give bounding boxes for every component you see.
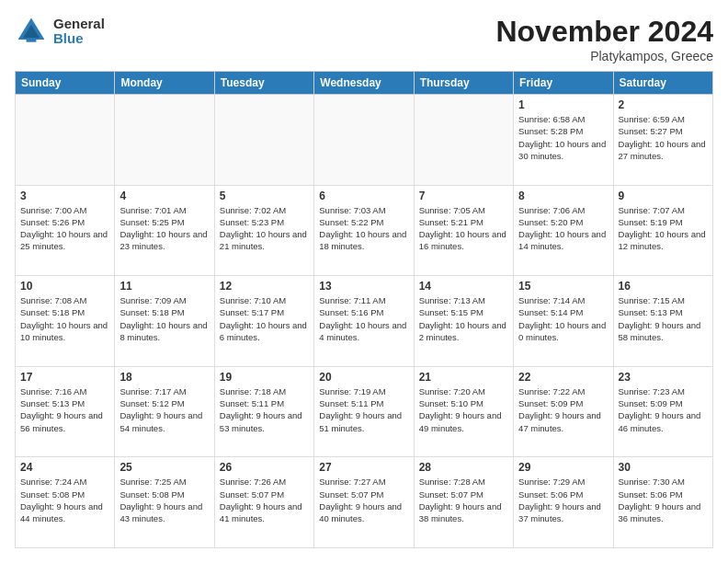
day-info: Sunrise: 6:59 AM Sunset: 5:27 PM Dayligh… [619,113,708,162]
logo-icon [15,15,48,48]
col-saturday: Saturday [613,72,712,95]
day-info: Sunrise: 7:08 AM Sunset: 5:18 PM Dayligh… [20,294,109,343]
calendar-week-2: 10Sunrise: 7:08 AM Sunset: 5:18 PM Dayli… [16,276,713,367]
day-info: Sunrise: 7:02 AM Sunset: 5:23 PM Dayligh… [220,204,309,253]
day-info: Sunrise: 7:00 AM Sunset: 5:26 PM Dayligh… [20,204,109,253]
calendar-week-0: 1Sunrise: 6:58 AM Sunset: 5:28 PM Daylig… [16,95,713,186]
day-info: Sunrise: 6:58 AM Sunset: 5:28 PM Dayligh… [518,113,608,162]
calendar-cell: 9Sunrise: 7:07 AM Sunset: 5:19 PM Daylig… [613,185,712,276]
day-info: Sunrise: 7:26 AM Sunset: 5:07 PM Dayligh… [220,476,309,524]
day-number: 9 [619,190,708,202]
calendar-cell: 6Sunrise: 7:03 AM Sunset: 5:22 PM Daylig… [314,185,414,276]
logo-text: General Blue [53,17,105,47]
calendar-cell: 20Sunrise: 7:19 AM Sunset: 5:11 PM Dayli… [314,366,414,457]
day-number: 22 [518,371,608,384]
calendar-cell: 26Sunrise: 7:26 AM Sunset: 5:07 PM Dayli… [214,457,313,548]
calendar-cell: 24Sunrise: 7:24 AM Sunset: 5:08 PM Dayli… [16,457,115,548]
col-monday: Monday [115,72,214,95]
page: General Blue November 2024 Platykampos, … [0,0,728,563]
calendar-cell: 21Sunrise: 7:20 AM Sunset: 5:10 PM Dayli… [414,366,513,457]
day-number: 8 [518,190,608,202]
calendar-week-4: 24Sunrise: 7:24 AM Sunset: 5:08 PM Dayli… [16,457,713,548]
day-number: 28 [419,461,508,474]
day-info: Sunrise: 7:14 AM Sunset: 5:14 PM Dayligh… [518,294,608,343]
calendar-table: Sunday Monday Tuesday Wednesday Thursday… [15,71,713,548]
calendar-cell: 25Sunrise: 7:25 AM Sunset: 5:08 PM Dayli… [115,457,214,548]
calendar-cell: 18Sunrise: 7:17 AM Sunset: 5:12 PM Dayli… [115,366,214,457]
calendar-cell: 30Sunrise: 7:30 AM Sunset: 5:06 PM Dayli… [613,457,712,548]
day-number: 30 [619,461,708,474]
calendar-cell: 29Sunrise: 7:29 AM Sunset: 5:06 PM Dayli… [514,457,613,548]
calendar-cell [115,95,214,186]
day-info: Sunrise: 7:22 AM Sunset: 5:09 PM Dayligh… [518,385,608,434]
day-info: Sunrise: 7:10 AM Sunset: 5:17 PM Dayligh… [220,294,309,343]
day-number: 2 [619,98,708,111]
day-info: Sunrise: 7:27 AM Sunset: 5:07 PM Dayligh… [319,476,408,524]
day-number: 15 [518,280,608,293]
calendar-cell: 17Sunrise: 7:16 AM Sunset: 5:13 PM Dayli… [16,366,115,457]
day-info: Sunrise: 7:29 AM Sunset: 5:06 PM Dayligh… [518,476,608,524]
calendar-cell: 3Sunrise: 7:00 AM Sunset: 5:26 PM Daylig… [16,185,115,276]
calendar-cell: 15Sunrise: 7:14 AM Sunset: 5:14 PM Dayli… [514,276,613,367]
day-info: Sunrise: 7:13 AM Sunset: 5:15 PM Dayligh… [419,294,508,343]
svg-rect-2 [27,38,37,42]
calendar-cell: 19Sunrise: 7:18 AM Sunset: 5:11 PM Dayli… [214,366,313,457]
day-info: Sunrise: 7:16 AM Sunset: 5:13 PM Dayligh… [20,385,109,434]
day-info: Sunrise: 7:23 AM Sunset: 5:09 PM Dayligh… [619,385,708,434]
calendar-cell: 4Sunrise: 7:01 AM Sunset: 5:25 PM Daylig… [115,185,214,276]
calendar-cell [314,95,414,186]
day-info: Sunrise: 7:17 AM Sunset: 5:12 PM Dayligh… [119,385,209,434]
day-info: Sunrise: 7:11 AM Sunset: 5:16 PM Dayligh… [319,294,408,343]
day-info: Sunrise: 7:09 AM Sunset: 5:18 PM Dayligh… [119,294,209,343]
location: Platykampos, Greece [495,49,713,63]
calendar-week-1: 3Sunrise: 7:00 AM Sunset: 5:26 PM Daylig… [16,185,713,276]
day-info: Sunrise: 7:07 AM Sunset: 5:19 PM Dayligh… [619,204,708,253]
day-number: 4 [119,190,209,202]
day-number: 6 [319,190,408,202]
day-number: 7 [419,190,508,202]
calendar-cell: 23Sunrise: 7:23 AM Sunset: 5:09 PM Dayli… [613,366,712,457]
day-number: 18 [119,371,209,384]
weekday-header-row: Sunday Monday Tuesday Wednesday Thursday… [16,72,713,95]
day-number: 10 [20,280,109,293]
day-info: Sunrise: 7:19 AM Sunset: 5:11 PM Dayligh… [319,385,408,434]
day-info: Sunrise: 7:03 AM Sunset: 5:22 PM Dayligh… [319,204,408,253]
col-wednesday: Wednesday [314,72,414,95]
day-info: Sunrise: 7:28 AM Sunset: 5:07 PM Dayligh… [419,476,508,524]
day-number: 1 [518,98,608,111]
calendar-cell: 16Sunrise: 7:15 AM Sunset: 5:13 PM Dayli… [613,276,712,367]
day-info: Sunrise: 7:20 AM Sunset: 5:10 PM Dayligh… [419,385,508,434]
day-number: 3 [20,190,109,202]
day-info: Sunrise: 7:18 AM Sunset: 5:11 PM Dayligh… [220,385,309,434]
day-number: 17 [20,371,109,384]
col-tuesday: Tuesday [214,72,313,95]
logo-general: General [53,17,105,32]
day-number: 26 [220,461,309,474]
day-info: Sunrise: 7:15 AM Sunset: 5:13 PM Dayligh… [619,294,708,343]
calendar-cell: 12Sunrise: 7:10 AM Sunset: 5:17 PM Dayli… [214,276,313,367]
title-section: November 2024 Platykampos, Greece [495,15,713,63]
calendar-header: Sunday Monday Tuesday Wednesday Thursday… [16,72,713,95]
day-info: Sunrise: 7:25 AM Sunset: 5:08 PM Dayligh… [119,476,209,524]
day-number: 20 [319,371,408,384]
day-number: 27 [319,461,408,474]
day-number: 16 [619,280,708,293]
calendar-cell: 27Sunrise: 7:27 AM Sunset: 5:07 PM Dayli… [314,457,414,548]
day-number: 12 [220,280,309,293]
calendar-cell: 13Sunrise: 7:11 AM Sunset: 5:16 PM Dayli… [314,276,414,367]
calendar-week-3: 17Sunrise: 7:16 AM Sunset: 5:13 PM Dayli… [16,366,713,457]
header: General Blue November 2024 Platykampos, … [15,15,713,63]
day-number: 21 [419,371,508,384]
calendar-cell: 1Sunrise: 6:58 AM Sunset: 5:28 PM Daylig… [514,95,613,186]
calendar-cell [16,95,115,186]
col-friday: Friday [514,72,613,95]
calendar-cell: 2Sunrise: 6:59 AM Sunset: 5:27 PM Daylig… [613,95,712,186]
day-number: 11 [119,280,209,293]
day-info: Sunrise: 7:01 AM Sunset: 5:25 PM Dayligh… [119,204,209,253]
month-title: November 2024 [495,15,713,49]
calendar-cell: 22Sunrise: 7:22 AM Sunset: 5:09 PM Dayli… [514,366,613,457]
col-sunday: Sunday [16,72,115,95]
col-thursday: Thursday [414,72,513,95]
calendar-cell: 5Sunrise: 7:02 AM Sunset: 5:23 PM Daylig… [214,185,313,276]
day-info: Sunrise: 7:05 AM Sunset: 5:21 PM Dayligh… [419,204,508,253]
